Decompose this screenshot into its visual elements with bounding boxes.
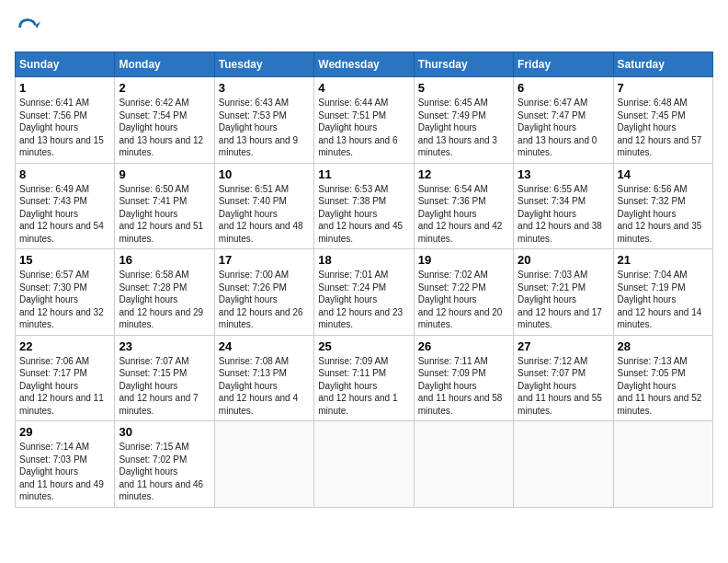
calendar-day-cell: 16 Sunrise: 6:58 AM Sunset: 7:28 PM Dayl… xyxy=(115,249,214,336)
calendar-day-cell: 5 Sunrise: 6:45 AM Sunset: 7:49 PM Dayli… xyxy=(414,77,513,164)
day-number: 18 xyxy=(318,253,409,267)
day-number: 8 xyxy=(19,167,110,181)
day-detail: Sunrise: 7:12 AM Sunset: 7:07 PM Dayligh… xyxy=(518,355,609,418)
col-header-saturday: Saturday xyxy=(613,52,712,77)
calendar-week-row: 8 Sunrise: 6:49 AM Sunset: 7:43 PM Dayli… xyxy=(16,163,713,249)
calendar-day-cell: 1 Sunrise: 6:41 AM Sunset: 7:56 PM Dayli… xyxy=(16,77,115,164)
calendar-day-cell: 30 Sunrise: 7:15 AM Sunset: 7:02 PM Dayl… xyxy=(115,421,214,508)
calendar-day-cell: 24 Sunrise: 7:08 AM Sunset: 7:13 PM Dayl… xyxy=(214,335,313,421)
calendar-day-cell: 29 Sunrise: 7:14 AM Sunset: 7:03 PM Dayl… xyxy=(16,421,115,508)
day-number: 22 xyxy=(19,339,110,353)
day-detail: Sunrise: 6:56 AM Sunset: 7:32 PM Dayligh… xyxy=(618,183,709,246)
calendar-day-cell: 28 Sunrise: 7:13 AM Sunset: 7:05 PM Dayl… xyxy=(613,335,712,421)
day-number: 23 xyxy=(119,339,210,353)
day-number: 27 xyxy=(518,339,609,353)
day-detail: Sunrise: 6:47 AM Sunset: 7:47 PM Dayligh… xyxy=(518,97,609,159)
calendar-day-cell: 25 Sunrise: 7:09 AM Sunset: 7:11 PM Dayl… xyxy=(314,335,414,421)
day-number: 1 xyxy=(19,81,110,95)
calendar-day-cell xyxy=(613,421,712,508)
calendar-day-cell: 8 Sunrise: 6:49 AM Sunset: 7:43 PM Dayli… xyxy=(16,163,115,249)
day-number: 30 xyxy=(119,425,210,439)
day-number: 24 xyxy=(219,339,310,353)
day-detail: Sunrise: 6:58 AM Sunset: 7:28 PM Dayligh… xyxy=(119,269,210,331)
day-detail: Sunrise: 6:50 AM Sunset: 7:41 PM Dayligh… xyxy=(119,183,210,246)
day-detail: Sunrise: 6:53 AM Sunset: 7:38 PM Dayligh… xyxy=(318,183,409,246)
day-number: 13 xyxy=(518,167,609,181)
day-number: 7 xyxy=(618,81,709,95)
calendar-day-cell xyxy=(214,421,313,508)
day-detail: Sunrise: 7:07 AM Sunset: 7:15 PM Dayligh… xyxy=(119,355,210,418)
col-header-tuesday: Tuesday xyxy=(214,52,313,77)
day-detail: Sunrise: 7:13 AM Sunset: 7:05 PM Dayligh… xyxy=(618,355,709,418)
day-number: 28 xyxy=(618,339,709,353)
day-detail: Sunrise: 6:57 AM Sunset: 7:30 PM Dayligh… xyxy=(19,269,110,331)
calendar-day-cell: 15 Sunrise: 6:57 AM Sunset: 7:30 PM Dayl… xyxy=(16,249,115,336)
day-detail: Sunrise: 6:55 AM Sunset: 7:34 PM Dayligh… xyxy=(518,183,609,246)
calendar-day-cell: 4 Sunrise: 6:44 AM Sunset: 7:51 PM Dayli… xyxy=(314,77,414,164)
day-detail: Sunrise: 6:49 AM Sunset: 7:43 PM Dayligh… xyxy=(19,183,110,246)
day-detail: Sunrise: 7:04 AM Sunset: 7:19 PM Dayligh… xyxy=(618,269,709,331)
calendar-day-cell xyxy=(514,421,613,508)
calendar-week-row: 29 Sunrise: 7:14 AM Sunset: 7:03 PM Dayl… xyxy=(16,421,713,508)
calendar-day-cell: 6 Sunrise: 6:47 AM Sunset: 7:47 PM Dayli… xyxy=(514,77,613,164)
calendar-week-row: 15 Sunrise: 6:57 AM Sunset: 7:30 PM Dayl… xyxy=(16,249,713,336)
col-header-sunday: Sunday xyxy=(16,52,115,77)
day-detail: Sunrise: 7:15 AM Sunset: 7:02 PM Dayligh… xyxy=(119,441,210,503)
day-number: 12 xyxy=(418,167,509,181)
page-header xyxy=(15,15,713,40)
day-detail: Sunrise: 6:45 AM Sunset: 7:49 PM Dayligh… xyxy=(418,97,509,159)
day-number: 5 xyxy=(418,81,509,95)
col-header-monday: Monday xyxy=(115,52,214,77)
day-detail: Sunrise: 7:08 AM Sunset: 7:13 PM Dayligh… xyxy=(219,355,310,418)
calendar-day-cell: 23 Sunrise: 7:07 AM Sunset: 7:15 PM Dayl… xyxy=(115,335,214,421)
day-number: 11 xyxy=(318,167,409,181)
day-detail: Sunrise: 7:06 AM Sunset: 7:17 PM Dayligh… xyxy=(19,355,110,418)
calendar-day-cell: 27 Sunrise: 7:12 AM Sunset: 7:07 PM Dayl… xyxy=(514,335,613,421)
day-detail: Sunrise: 6:44 AM Sunset: 7:51 PM Dayligh… xyxy=(318,97,409,159)
day-number: 26 xyxy=(418,339,509,353)
day-detail: Sunrise: 7:11 AM Sunset: 7:09 PM Dayligh… xyxy=(418,355,509,418)
day-detail: Sunrise: 7:00 AM Sunset: 7:26 PM Dayligh… xyxy=(219,269,310,331)
calendar-day-cell xyxy=(314,421,414,508)
logo xyxy=(15,15,44,40)
day-number: 4 xyxy=(318,81,409,95)
calendar-day-cell: 9 Sunrise: 6:50 AM Sunset: 7:41 PM Dayli… xyxy=(115,163,214,249)
calendar-day-cell: 14 Sunrise: 6:56 AM Sunset: 7:32 PM Dayl… xyxy=(613,163,712,249)
calendar-day-cell: 22 Sunrise: 7:06 AM Sunset: 7:17 PM Dayl… xyxy=(16,335,115,421)
calendar-day-cell: 13 Sunrise: 6:55 AM Sunset: 7:34 PM Dayl… xyxy=(514,163,613,249)
calendar-week-row: 1 Sunrise: 6:41 AM Sunset: 7:56 PM Dayli… xyxy=(16,77,713,164)
calendar-day-cell: 21 Sunrise: 7:04 AM Sunset: 7:19 PM Dayl… xyxy=(613,249,712,336)
day-detail: Sunrise: 6:43 AM Sunset: 7:53 PM Dayligh… xyxy=(219,97,310,159)
day-number: 25 xyxy=(318,339,409,353)
calendar-day-cell: 18 Sunrise: 7:01 AM Sunset: 7:24 PM Dayl… xyxy=(314,249,414,336)
calendar-day-cell: 7 Sunrise: 6:48 AM Sunset: 7:45 PM Dayli… xyxy=(613,77,712,164)
calendar-day-cell: 20 Sunrise: 7:03 AM Sunset: 7:21 PM Dayl… xyxy=(514,249,613,336)
day-number: 9 xyxy=(119,167,210,181)
calendar-header-row: SundayMondayTuesdayWednesdayThursdayFrid… xyxy=(16,52,713,77)
day-detail: Sunrise: 6:41 AM Sunset: 7:56 PM Dayligh… xyxy=(19,97,110,159)
calendar-day-cell: 2 Sunrise: 6:42 AM Sunset: 7:54 PM Dayli… xyxy=(115,77,214,164)
col-header-wednesday: Wednesday xyxy=(314,52,414,77)
calendar-week-row: 22 Sunrise: 7:06 AM Sunset: 7:17 PM Dayl… xyxy=(16,335,713,421)
calendar-table: SundayMondayTuesdayWednesdayThursdayFrid… xyxy=(15,52,713,508)
calendar-day-cell: 3 Sunrise: 6:43 AM Sunset: 7:53 PM Dayli… xyxy=(214,77,313,164)
day-detail: Sunrise: 6:54 AM Sunset: 7:36 PM Dayligh… xyxy=(418,183,509,246)
col-header-friday: Friday xyxy=(514,52,613,77)
day-number: 16 xyxy=(119,253,210,267)
day-number: 3 xyxy=(219,81,310,95)
day-detail: Sunrise: 7:03 AM Sunset: 7:21 PM Dayligh… xyxy=(518,269,609,331)
logo-icon xyxy=(15,15,40,40)
day-number: 20 xyxy=(518,253,609,267)
day-number: 21 xyxy=(618,253,709,267)
day-detail: Sunrise: 7:09 AM Sunset: 7:11 PM Dayligh… xyxy=(318,355,409,418)
calendar-day-cell: 11 Sunrise: 6:53 AM Sunset: 7:38 PM Dayl… xyxy=(314,163,414,249)
day-detail: Sunrise: 6:48 AM Sunset: 7:45 PM Dayligh… xyxy=(618,97,709,159)
day-number: 10 xyxy=(219,167,310,181)
calendar-day-cell: 19 Sunrise: 7:02 AM Sunset: 7:22 PM Dayl… xyxy=(414,249,513,336)
calendar-day-cell: 10 Sunrise: 6:51 AM Sunset: 7:40 PM Dayl… xyxy=(214,163,313,249)
day-number: 17 xyxy=(219,253,310,267)
calendar-day-cell: 17 Sunrise: 7:00 AM Sunset: 7:26 PM Dayl… xyxy=(214,249,313,336)
day-number: 19 xyxy=(418,253,509,267)
day-detail: Sunrise: 7:02 AM Sunset: 7:22 PM Dayligh… xyxy=(418,269,509,331)
day-number: 2 xyxy=(119,81,210,95)
